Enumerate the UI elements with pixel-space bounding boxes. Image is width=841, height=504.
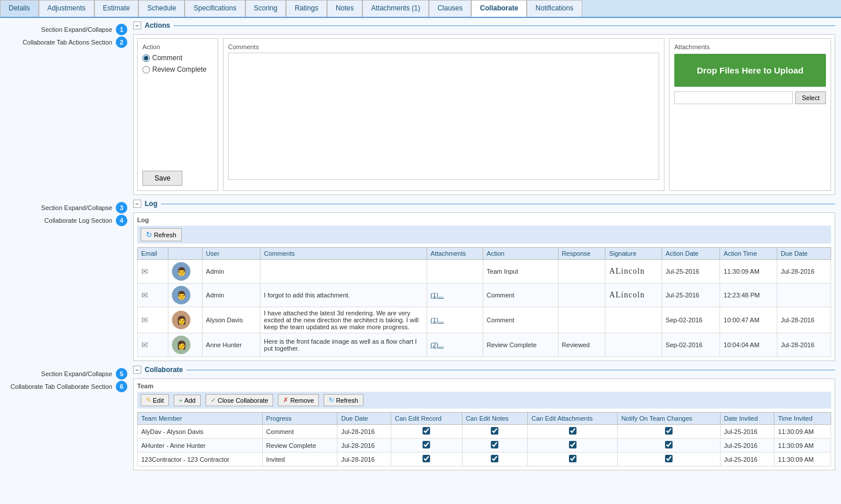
avatar: 👨 xyxy=(172,262,190,281)
tab-clauses[interactable]: Clauses xyxy=(429,0,471,17)
checkbox[interactable] xyxy=(665,455,673,462)
tab-scoring[interactable]: Scoring xyxy=(245,0,287,17)
tab-notifications[interactable]: Notifications xyxy=(527,0,582,17)
collab-edit-attachments-cell[interactable] xyxy=(528,453,618,466)
comments-textarea[interactable] xyxy=(228,53,659,180)
review-radio-row[interactable]: Review Complete xyxy=(142,65,213,73)
actions-collapse-icon[interactable]: − xyxy=(133,21,141,30)
col-user: User xyxy=(202,248,260,260)
col-can-edit-attachments: Can Edit Attachments xyxy=(528,413,618,425)
collaborate-table-row: AHunter - Anne Hunter Review Complete Ju… xyxy=(138,439,831,453)
add-button[interactable]: + Add xyxy=(174,395,201,406)
log-content-row: Collaborate Log Section 4 Log ↻ Refresh … xyxy=(6,212,835,361)
actions-header: − Actions xyxy=(133,21,835,30)
collab-notify-team-cell[interactable] xyxy=(618,425,720,439)
comment-radio[interactable] xyxy=(142,54,150,62)
checkbox[interactable] xyxy=(423,455,430,462)
tabs-bar: Details Adjustments Estimate Schedule Sp… xyxy=(0,0,841,18)
col-email: Email xyxy=(138,248,168,260)
attachment-link[interactable]: (1)... xyxy=(431,292,444,299)
log-response-cell xyxy=(558,260,605,284)
checkbox[interactable] xyxy=(569,427,576,435)
attachment-link[interactable]: (2)... xyxy=(431,341,444,348)
checkbox[interactable] xyxy=(491,455,498,462)
collab-edit-attachments-cell[interactable] xyxy=(528,439,618,453)
log-attachments-cell[interactable]: (2)... xyxy=(427,333,483,357)
checkbox[interactable] xyxy=(665,441,673,448)
tab-notes[interactable]: Notes xyxy=(327,0,362,17)
collaborate-section-content: − Collaborate xyxy=(133,366,835,376)
review-radio[interactable] xyxy=(142,66,150,73)
attachment-link[interactable]: (1)... xyxy=(431,317,444,323)
collab-notify-team-cell[interactable] xyxy=(618,439,720,453)
checkbox[interactable] xyxy=(569,441,576,448)
collab-edit-record-cell[interactable] xyxy=(391,425,462,439)
collab-due-date-cell: Jul-28-2016 xyxy=(337,439,391,453)
log-comments-cell: I have attached the latest 3d rendering.… xyxy=(260,307,427,333)
add-icon: + xyxy=(179,397,182,404)
close-collaborate-button[interactable]: ✓ Close Collaborate xyxy=(205,394,273,406)
collab-edit-record-cell[interactable] xyxy=(391,453,462,466)
tab-specifications[interactable]: Specifications xyxy=(185,0,245,17)
checkbox[interactable] xyxy=(665,427,673,435)
select-button[interactable]: Select xyxy=(795,91,826,104)
drop-zone[interactable]: Drop Files Here to Upload xyxy=(674,54,826,87)
collaborate-panel: Team ✎ Edit + Add ✓ Close Collaborate xyxy=(133,378,835,470)
collab-edit-notes-cell[interactable] xyxy=(462,453,528,466)
side-label-6: Collaborate Tab Collaborate Section 6 xyxy=(6,378,133,392)
collab-edit-notes-cell[interactable] xyxy=(462,439,528,453)
collab-edit-attachments-cell[interactable] xyxy=(528,425,618,439)
log-panel: Log ↻ Refresh Email User xyxy=(133,212,835,361)
log-due-date-cell: Jul-28-2016 xyxy=(777,260,831,284)
checkbox[interactable] xyxy=(423,441,430,448)
tab-collaborate[interactable]: Collaborate xyxy=(471,0,527,17)
log-header: − Log xyxy=(133,200,835,208)
log-email-cell[interactable]: ✉ xyxy=(138,260,168,284)
log-email-cell[interactable]: ✉ xyxy=(138,284,168,307)
log-refresh-button[interactable]: ↻ Refresh xyxy=(141,228,182,241)
tab-attachments[interactable]: Attachments (1) xyxy=(362,0,429,17)
checkbox[interactable] xyxy=(491,441,498,448)
remove-icon: ✗ xyxy=(283,396,288,404)
side-label-4-text: Collaborate Log Section xyxy=(45,217,112,224)
file-input[interactable] xyxy=(674,91,793,104)
tab-ratings[interactable]: Ratings xyxy=(286,0,327,17)
collaborate-refresh-button[interactable]: ↻ Refresh xyxy=(324,394,363,406)
collab-date-invited-cell: Jul-25-2016 xyxy=(720,439,774,453)
collab-notify-team-cell[interactable] xyxy=(618,453,720,466)
log-section-content: − Log xyxy=(133,200,835,210)
email-icon: ✉ xyxy=(141,290,148,300)
col-can-edit-notes: Can Edit Notes xyxy=(462,413,528,425)
remove-button[interactable]: ✗ Remove xyxy=(278,394,319,406)
collaborate-collapse-icon[interactable]: − xyxy=(133,366,141,374)
collab-edit-notes-cell[interactable] xyxy=(462,425,528,439)
log-response-cell xyxy=(558,284,605,307)
save-button[interactable]: Save xyxy=(142,171,182,186)
log-attachments-cell[interactable]: (1)... xyxy=(427,307,483,333)
log-action-time-cell: 11:30:09 AM xyxy=(720,260,777,284)
comment-radio-row[interactable]: Comment xyxy=(142,54,213,62)
collaborate-table-body: AlyDav - Alyson Davis Comment Jul-28-201… xyxy=(138,425,831,466)
log-email-cell[interactable]: ✉ xyxy=(138,333,168,357)
log-signature-cell xyxy=(605,333,662,357)
attachments-box: Attachments Drop Files Here to Upload Se… xyxy=(669,38,831,191)
tab-adjustments[interactable]: Adjustments xyxy=(39,0,94,17)
checkbox[interactable] xyxy=(491,427,498,435)
log-attachments-cell[interactable]: (1)... xyxy=(427,284,483,307)
badge-6: 6 xyxy=(116,381,127,392)
tab-estimate[interactable]: Estimate xyxy=(94,0,139,17)
tab-schedule[interactable]: Schedule xyxy=(138,0,185,17)
log-email-cell[interactable]: ✉ xyxy=(138,307,168,333)
checkbox[interactable] xyxy=(423,427,430,435)
collab-edit-record-cell[interactable] xyxy=(391,439,462,453)
col-action: Action xyxy=(483,248,558,260)
log-user-cell: Anne Hunter xyxy=(202,333,260,357)
tab-details[interactable]: Details xyxy=(0,0,39,17)
side-label-2-text: Collaborate Tab Actions Section xyxy=(23,39,112,46)
collaborate-title: Collaborate xyxy=(145,366,183,374)
log-collapse-icon[interactable]: − xyxy=(133,200,141,208)
edit-button[interactable]: ✎ Edit xyxy=(141,394,169,406)
col-action-date: Action Date xyxy=(662,248,720,260)
checkbox[interactable] xyxy=(569,455,576,462)
actions-divider xyxy=(174,25,835,26)
